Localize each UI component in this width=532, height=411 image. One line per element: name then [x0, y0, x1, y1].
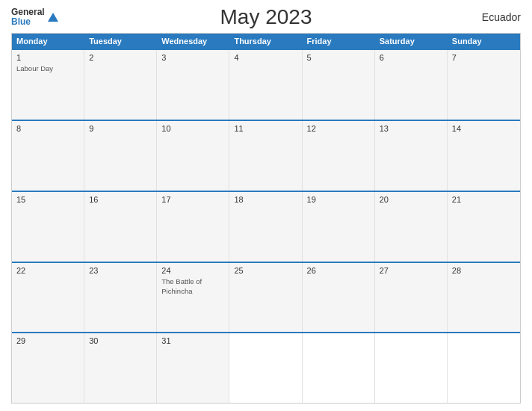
day-8[interactable]: 8	[12, 121, 84, 191]
day-29[interactable]: 29	[12, 333, 84, 403]
calendar-title: May 2023	[220, 5, 312, 29]
day-6[interactable]: 6	[375, 50, 448, 120]
day-30[interactable]: 30	[84, 333, 157, 403]
weekday-saturday: Saturday	[375, 34, 448, 49]
day-14[interactable]: 14	[448, 121, 520, 191]
day-25[interactable]: 25	[229, 263, 302, 333]
header: General Blue May 2023 Ecuador	[11, 7, 521, 27]
logo-blue-text: Blue	[11, 17, 45, 27]
day-27[interactable]: 27	[375, 263, 448, 333]
weekday-sunday: Sunday	[448, 34, 520, 49]
weekday-tuesday: Tuesday	[84, 34, 157, 49]
day-17[interactable]: 17	[157, 192, 229, 262]
calendar: Monday Tuesday Wednesday Thursday Friday…	[11, 33, 521, 404]
day-22[interactable]: 22	[12, 263, 84, 333]
day-16[interactable]: 16	[84, 192, 157, 262]
day-21[interactable]: 21	[448, 192, 520, 262]
day-2[interactable]: 2	[84, 50, 157, 120]
day-3[interactable]: 3	[157, 50, 229, 120]
day-7[interactable]: 7	[448, 50, 520, 120]
week-row-1: 1 Labour Day 2 3 4 5 6 7	[12, 49, 520, 120]
weekday-thursday: Thursday	[229, 34, 302, 49]
day-23[interactable]: 23	[84, 263, 157, 333]
weekday-monday: Monday	[12, 34, 84, 49]
day-28[interactable]: 28	[448, 263, 520, 333]
day-5[interactable]: 5	[303, 50, 375, 120]
day-20[interactable]: 20	[375, 192, 448, 262]
logo: General Blue	[11, 7, 60, 27]
week-row-3: 15 16 17 18 19 20 21	[12, 191, 520, 262]
week-row-2: 8 9 10 11 12 13 14	[12, 120, 520, 191]
week-row-5: 29 30 31	[12, 332, 520, 403]
logo-icon	[46, 11, 60, 25]
day-12[interactable]: 12	[303, 121, 375, 191]
day-empty-4	[448, 333, 520, 403]
logo-text: General Blue	[11, 7, 45, 27]
svg-marker-0	[48, 13, 58, 22]
day-19[interactable]: 19	[303, 192, 375, 262]
day-10[interactable]: 10	[157, 121, 229, 191]
country-label: Ecuador	[482, 11, 521, 23]
day-18[interactable]: 18	[229, 192, 302, 262]
day-1[interactable]: 1 Labour Day	[12, 50, 84, 120]
day-24[interactable]: 24 The Battle of Pichincha	[157, 263, 229, 333]
weekday-friday: Friday	[303, 34, 375, 49]
day-empty-3	[375, 333, 448, 403]
day-9[interactable]: 9	[84, 121, 157, 191]
calendar-header: Monday Tuesday Wednesday Thursday Friday…	[12, 34, 520, 49]
day-4[interactable]: 4	[229, 50, 302, 120]
calendar-body: 1 Labour Day 2 3 4 5 6 7 8 9 10 11 12 13…	[12, 49, 520, 403]
page: General Blue May 2023 Ecuador Monday Tue…	[0, 0, 532, 411]
day-13[interactable]: 13	[375, 121, 448, 191]
day-26[interactable]: 26	[303, 263, 375, 333]
day-15[interactable]: 15	[12, 192, 84, 262]
day-11[interactable]: 11	[229, 121, 302, 191]
week-row-4: 22 23 24 The Battle of Pichincha 25 26 2…	[12, 262, 520, 333]
weekday-wednesday: Wednesday	[157, 34, 229, 49]
day-31[interactable]: 31	[157, 333, 229, 403]
day-empty-1	[229, 333, 302, 403]
day-empty-2	[303, 333, 375, 403]
